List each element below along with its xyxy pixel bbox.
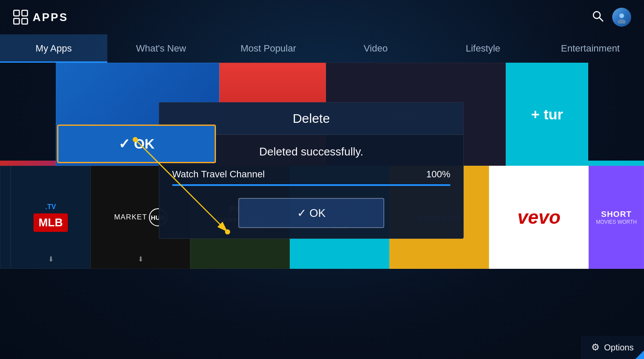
avatar-image xyxy=(612,8,631,27)
app-logo: APPS xyxy=(13,9,68,25)
ok-button-floating[interactable]: ✓ OK xyxy=(57,125,216,163)
tab-my-apps[interactable]: My Apps xyxy=(0,34,107,63)
download-icon-mlb: ⬇ xyxy=(48,255,54,263)
app-name-label: Watch Travel Channel xyxy=(172,169,265,180)
movies-worth-text: MOVIES WORTH xyxy=(596,219,637,225)
svg-rect-0 xyxy=(14,10,19,16)
app-tile-mlb-partial[interactable] xyxy=(0,166,11,269)
header: APPS xyxy=(0,0,644,34)
header-title: APPS xyxy=(33,11,68,24)
tplus-label: + tur xyxy=(531,106,563,123)
gear-icon: ⚙ xyxy=(591,342,600,353)
app-tile-vevo[interactable]: vevo xyxy=(489,166,589,269)
options-label: Options xyxy=(604,343,634,353)
tab-video[interactable]: Video xyxy=(322,34,429,63)
tab-lifestyle[interactable]: Lifestyle xyxy=(429,34,537,63)
svg-rect-3 xyxy=(22,18,27,24)
svg-point-7 xyxy=(617,19,626,24)
mlb-tv-text: .TV xyxy=(46,203,56,211)
svg-point-6 xyxy=(620,13,624,18)
header-icons xyxy=(592,8,631,27)
tab-whats-new[interactable]: What's New xyxy=(107,34,215,63)
app-tile-tplus[interactable]: + tur xyxy=(506,63,588,166)
progress-bar-container xyxy=(172,184,450,186)
svg-rect-2 xyxy=(14,18,19,24)
apps-logo-icon xyxy=(13,9,28,25)
tab-entertainment[interactable]: Entertainment xyxy=(537,34,644,63)
market-text: MARKET xyxy=(114,213,147,222)
svg-line-5 xyxy=(599,18,603,21)
delete-modal: Delete Deleted successfully. Watch Trave… xyxy=(159,102,464,239)
app-progress-row: Watch Travel Channel 100% xyxy=(172,169,450,180)
avatar[interactable] xyxy=(612,8,631,27)
app-tile-mlb[interactable]: .TV MLB ⬇ xyxy=(11,166,91,269)
download-icon-market: ⬇ xyxy=(138,255,143,263)
progress-percent-label: 100% xyxy=(426,169,450,180)
mlb-text: MLB xyxy=(39,216,63,229)
corner-triangle xyxy=(635,350,644,359)
search-icon[interactable] xyxy=(592,10,604,24)
nav-tabs: My Apps What's New Most Popular Video Li… xyxy=(0,34,644,63)
tab-most-popular[interactable]: Most Popular xyxy=(215,34,322,63)
modal-ok-button[interactable]: ✓ OK xyxy=(238,198,384,228)
options-button[interactable]: ⚙ Options xyxy=(581,336,644,359)
app-tile-shorty[interactable]: SHORT MOVIES WORTH xyxy=(589,166,644,269)
short-text: SHORT xyxy=(601,210,632,219)
svg-rect-1 xyxy=(22,10,27,16)
vevo-text: vevo xyxy=(517,207,560,228)
progress-bar-fill xyxy=(172,184,450,186)
